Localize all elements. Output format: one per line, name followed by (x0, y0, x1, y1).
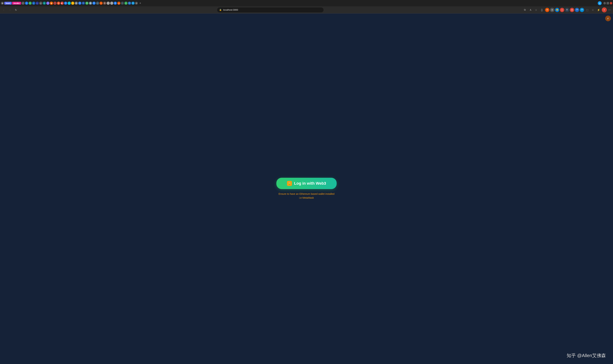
profile-button[interactable]: r (602, 7, 607, 13)
address-bar-row: ← → ↻ 🔒 localhost:3000 ⧉ 𝐀 ☆ {} W ⊞ 😊 ● … (0, 6, 613, 13)
page-content: r 🔒 Log in with Web3 Ensure to have an E… (0, 13, 613, 364)
minimize-btn[interactable] (603, 2, 606, 4)
tab-icon-tp5[interactable]: TP (92, 2, 95, 5)
forward-button[interactable]: → (7, 7, 13, 13)
browser-chrome: ⊞ learn mcake ✓ V V L L ▷ G ⬡ ◆ 🐾 ⊞ ▶ TP… (0, 0, 613, 13)
toolbar-icons: ⧉ 𝐀 ☆ {} W ⊞ 😊 ● R ⊠ TP TP ⬚ ☆ ⚡ r ··· (522, 7, 612, 13)
close-window-btn[interactable] (610, 2, 612, 4)
tab-icon-arrow[interactable]: ▷ (39, 2, 42, 5)
tab-icon-checkmark[interactable]: ✓ (21, 2, 25, 5)
tab-icon-diamond[interactable]: ◆ (50, 2, 53, 5)
tab-learn[interactable]: learn (4, 2, 12, 5)
extensions-btn[interactable]: ⊞ (598, 1, 602, 5)
tab-icon-v1[interactable]: V (25, 2, 28, 5)
tab-icon-dash[interactable]: — (96, 2, 99, 5)
tab-icon-orange-s[interactable]: S (99, 2, 103, 5)
new-tab-button[interactable]: + (138, 1, 142, 5)
tab-icon-cn[interactable]: ○ (68, 2, 71, 5)
tab-icon-hex[interactable]: ⬡ (46, 2, 50, 5)
emoji-icon[interactable]: 😊 (555, 8, 559, 12)
maximize-btn[interactable] (607, 2, 609, 4)
favorites-manage-icon[interactable]: ☆ (590, 7, 595, 13)
lock-icon: 🔒 (288, 182, 291, 185)
tab-icon-fox[interactable]: 🦊 (117, 2, 121, 5)
tab-icon-l1[interactable]: L (32, 2, 35, 5)
refresh-button[interactable]: ↻ (14, 7, 18, 13)
tab-icon-paw[interactable]: 🐾 (53, 2, 56, 5)
tab-icon-img[interactable]: 🖼 (89, 2, 92, 5)
extension-overlay-icon: r (605, 16, 611, 21)
lock-icon-wrapper: 🔒 (287, 181, 292, 186)
tab-icon-tp1[interactable]: TP (64, 2, 67, 5)
hint-line2: i.e MetaMask (278, 196, 334, 200)
sidebar-icon[interactable]: ⬚ (585, 7, 590, 13)
url-display: localhost:3000 (223, 9, 321, 11)
back-button[interactable]: ← (1, 7, 6, 13)
login-button-label: Log in with Web3 (294, 181, 326, 186)
split-view-icon[interactable]: ⧉ (522, 7, 527, 13)
close-tab-button[interactable]: ✕ (135, 2, 138, 5)
tab-icon-list[interactable]: ≡ (124, 2, 127, 5)
watermark: 知乎 @Allen艾佛森 (567, 352, 606, 359)
tab-icon-gear[interactable]: ⚙ (114, 2, 117, 5)
tab-icon-round1[interactable]: ○ (107, 2, 110, 5)
wallet-icon[interactable]: W (545, 8, 549, 12)
tab-icon-v2[interactable]: V (28, 2, 32, 5)
ext-icon-r[interactable]: R (565, 8, 569, 12)
wallet-hint: Ensure to have an Ethereum based wallet … (278, 192, 334, 200)
tab-icon-ms[interactable]: ⊞ (57, 2, 60, 5)
browser-menu-button[interactable]: ··· (608, 8, 612, 12)
hint-line1: Ensure to have an Ethereum based wallet … (278, 192, 334, 196)
login-container: 🔒 Log in with Web3 Ensure to have an Eth… (276, 178, 337, 200)
tab-icon-l2[interactable]: L (36, 2, 39, 5)
tab-bar: ⊞ learn mcake ✓ V V L L ▷ G ⬡ ◆ 🐾 ⊞ ▶ TP… (0, 0, 613, 6)
tab-icon-tp3[interactable]: TP (82, 2, 85, 5)
tab-icon-cog[interactable]: ⚙ (103, 2, 106, 5)
tab-icon-stripe[interactable]: 〓 (75, 2, 78, 5)
ext-icon-tp[interactable]: TP (575, 8, 579, 12)
tab-icon-tp2[interactable]: TP (78, 2, 82, 5)
address-bar[interactable]: 🔒 localhost:3000 (217, 7, 324, 13)
login-web3-button[interactable]: 🔒 Log in with Web3 (276, 178, 337, 189)
tab-icon-yt[interactable]: ▶ (60, 2, 64, 5)
security-icon: 🔒 (219, 9, 222, 11)
ext-icon-red[interactable]: ● (560, 8, 564, 12)
tab-icon-y[interactable]: Y (71, 2, 74, 5)
tab-mcake[interactable]: mcake (12, 2, 21, 5)
history-icon[interactable]: ⊞ (550, 8, 554, 12)
read-aloud-icon[interactable]: 𝐀 (528, 7, 533, 13)
tab-icon-tp7[interactable]: TP (131, 2, 135, 5)
code-icon[interactable]: {} (539, 7, 544, 13)
favorite-icon[interactable]: ☆ (534, 7, 539, 13)
ext-icon-tp2[interactable]: TP (580, 8, 584, 12)
tab-icon-g[interactable]: G (43, 2, 46, 5)
tab-icon-round2[interactable]: ○ (110, 2, 113, 5)
tab-icon-tp6[interactable]: TP (128, 2, 131, 5)
ext-icon-r2[interactable]: ⊠ (570, 8, 574, 12)
tab-icon-screen[interactable]: □ (121, 2, 124, 5)
browser-features-icon[interactable]: ⚡ (596, 7, 601, 13)
tab-favicon-grid[interactable]: ⊞ (1, 2, 4, 5)
tab-icon-tp4[interactable]: TP (85, 2, 89, 5)
